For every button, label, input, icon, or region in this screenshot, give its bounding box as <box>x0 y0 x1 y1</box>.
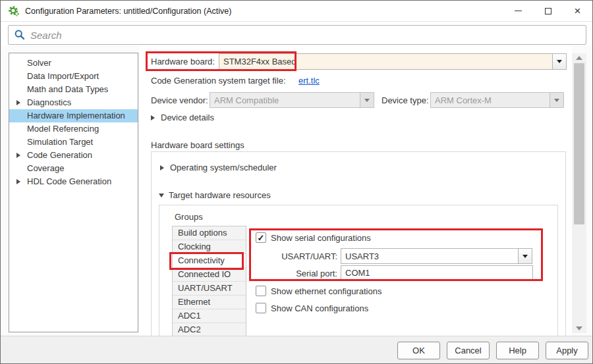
sidebar-item-code-generation[interactable]: Code Generation <box>9 149 138 162</box>
expand-triangle-icon[interactable] <box>16 100 20 105</box>
sidebar-item-coverage[interactable]: Coverage <box>9 162 138 175</box>
titlebar: Configuration Parameters: untitled/Confi… <box>1 1 592 22</box>
group-item-label: Connected IO <box>178 269 231 279</box>
device-vendor-dropdown: ARM Compatible <box>210 92 374 108</box>
target-file-label: Code Generation system target file: <box>151 76 286 86</box>
sidebar-item-data-import-export[interactable]: Data Import/Export <box>9 70 138 83</box>
group-item-build-options[interactable]: Build options <box>173 226 246 240</box>
scroll-down-arrow-icon[interactable] <box>572 324 586 333</box>
app-gear-icon <box>8 5 19 16</box>
chevron-down-icon[interactable] <box>518 249 532 263</box>
serial-port-field[interactable]: COM1 <box>341 265 533 280</box>
groups-list: Build options Clocking Connectivity Conn… <box>172 226 246 337</box>
device-vendor-label: Device vendor: <box>151 95 208 105</box>
device-type-value: ARM Cortex-M <box>431 93 550 107</box>
main-pane: Hardware board: STM32F4xx Based Code Gen… <box>139 45 572 337</box>
group-item-label: Build options <box>178 228 227 238</box>
show-serial-configurations-label: Show serial configurations <box>271 233 371 243</box>
footer-bar: OK Cancel Help Apply <box>1 336 592 363</box>
content-area: Solver Data Import/Export Math and Data … <box>1 45 592 337</box>
button-label: Apply <box>556 346 578 355</box>
group-item-adc2[interactable]: ADC2 <box>173 323 246 337</box>
sidebar-item-diagnostics[interactable]: Diagnostics <box>9 96 138 109</box>
show-serial-configurations-checkbox[interactable]: ✓ <box>256 232 266 243</box>
window-title: Configuration Parameters: untitled/Confi… <box>25 7 231 16</box>
device-details-label[interactable]: Device details <box>161 113 214 122</box>
group-item-label: Ethernet <box>178 297 210 307</box>
sidebar-item-label: Coverage <box>27 163 64 173</box>
hardware-board-settings-title: Hardware board settings <box>151 140 244 150</box>
sidebar-item-label: HDL Code Generation <box>27 176 111 186</box>
sidebar-item-model-referencing[interactable]: Model Referencing <box>9 122 138 136</box>
group-item-label: ADC2 <box>178 325 201 334</box>
target-file-link[interactable]: ert.tlc <box>298 76 320 86</box>
serial-port-label: Serial port: <box>277 269 337 278</box>
target-resources-collapse-icon[interactable] <box>159 194 164 197</box>
configuration-parameters-dialog: Configuration Parameters: untitled/Confi… <box>0 0 593 364</box>
device-type-dropdown: ARM Cortex-M <box>430 92 564 108</box>
show-ethernet-configurations-checkbox[interactable] <box>256 286 266 296</box>
sidebar-item-label: Model Referencing <box>27 124 99 134</box>
expand-triangle-icon[interactable] <box>16 153 20 158</box>
target-resources-label[interactable]: Target hardware resources <box>169 190 271 200</box>
sidebar-item-label: Hardware Implementation <box>27 111 125 120</box>
groups-title: Groups <box>175 212 203 222</box>
show-ethernet-configurations-label: Show ethernet configurations <box>271 286 381 296</box>
show-can-configurations-label: Show CAN configurations <box>271 303 368 313</box>
button-label: Help <box>509 346 526 355</box>
close-icon: × <box>575 5 581 16</box>
device-vendor-value: ARM Compatible <box>210 93 360 107</box>
sidebar-item-label: Math and Data Types <box>27 84 108 94</box>
usart-uart-dropdown[interactable]: USART3 <box>341 248 532 264</box>
show-can-configurations-checkbox[interactable] <box>256 303 266 313</box>
sidebar-item-math-and-data-types[interactable]: Math and Data Types <box>9 83 138 96</box>
cancel-button[interactable]: Cancel <box>447 342 490 359</box>
serial-port-value: COM1 <box>345 268 370 278</box>
search-box[interactable] <box>8 25 586 45</box>
vertical-scrollbar[interactable] <box>572 53 586 333</box>
checkmark-icon: ✓ <box>258 233 265 243</box>
sidebar-item-label: Diagnostics <box>27 97 71 107</box>
button-label: OK <box>412 346 425 355</box>
close-button[interactable]: × <box>563 1 592 22</box>
search-icon <box>14 29 26 41</box>
expand-triangle-icon[interactable] <box>16 179 20 184</box>
group-item-label: Clocking <box>178 242 211 251</box>
group-item-ethernet[interactable]: Ethernet <box>173 296 246 309</box>
group-item-label: UART/USART <box>178 283 233 293</box>
group-item-uart-usart[interactable]: UART/USART <box>173 282 246 296</box>
search-row <box>8 25 586 45</box>
device-details-expand-icon[interactable] <box>151 115 155 120</box>
scroll-up-arrow-icon[interactable] <box>572 53 586 63</box>
sidebar-item-label: Data Import/Export <box>27 71 99 81</box>
maximize-icon <box>545 8 551 14</box>
os-scheduler-label[interactable]: Operating system/scheduler <box>170 163 277 172</box>
chevron-down-icon <box>550 93 563 107</box>
sidebar-item-label: Solver <box>27 58 51 68</box>
device-type-label: Device type: <box>381 95 429 105</box>
group-item-connectivity[interactable]: Connectivity <box>173 254 246 268</box>
hardware-board-dropdown[interactable]: STM32F4xx Based <box>219 53 567 70</box>
group-item-connected-io[interactable]: Connected IO <box>173 268 246 282</box>
ok-button[interactable]: OK <box>397 342 440 359</box>
search-input[interactable] <box>30 26 586 44</box>
sidebar-item-label: Code Generation <box>27 150 92 160</box>
chevron-down-icon[interactable] <box>552 54 566 69</box>
minimize-button[interactable] <box>503 1 533 22</box>
help-button[interactable]: Help <box>496 342 539 359</box>
usart-uart-value: USART3 <box>341 249 518 263</box>
usart-uart-label: USART/UART: <box>277 251 337 261</box>
sidebar-item-simulation-target[interactable]: Simulation Target <box>9 136 138 149</box>
apply-button[interactable]: Apply <box>546 342 588 359</box>
sidebar-item-solver[interactable]: Solver <box>9 57 138 70</box>
maximize-button[interactable] <box>533 1 563 22</box>
group-item-adc1[interactable]: ADC1 <box>173 309 246 323</box>
button-label: Cancel <box>455 346 481 355</box>
os-scheduler-expand-icon[interactable] <box>160 165 164 170</box>
group-item-label: Connectivity <box>178 255 225 265</box>
sidebar-item-hardware-implementation[interactable]: Hardware Implementation <box>9 109 138 122</box>
group-item-clocking[interactable]: Clocking <box>173 240 246 254</box>
scrollbar-thumb[interactable] <box>574 63 584 224</box>
sidebar-item-hdl-code-generation[interactable]: HDL Code Generation <box>9 175 138 188</box>
sidebar-tree: Solver Data Import/Export Math and Data … <box>9 53 138 332</box>
